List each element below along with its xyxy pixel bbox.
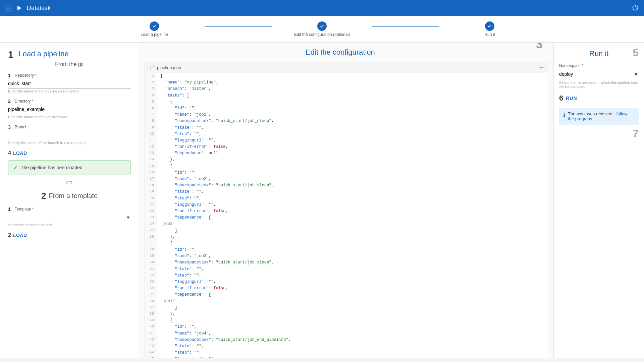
line-number: 42: [145, 337, 157, 343]
line-number: 4: [145, 93, 157, 99]
line-number: 12: [145, 144, 157, 150]
run-button-row: 6 RUN: [559, 94, 639, 103]
repository-label-row: 1 Repository *: [8, 73, 131, 78]
line-number: 7: [145, 112, 157, 118]
template-select[interactable]: [8, 213, 131, 222]
code-line: 6 "id": "",: [145, 105, 548, 112]
line-content: "step": "",: [157, 273, 205, 279]
line-content: "tasks": [: [157, 93, 193, 99]
code-line: 14 },: [145, 157, 548, 163]
section-1-title: Load a pipeline: [19, 50, 69, 58]
code-line: 36"job1": [145, 298, 548, 305]
line-content: "state": "",: [157, 125, 207, 131]
line-number: 20: [145, 195, 157, 202]
namespace-select[interactable]: deploy staging production: [559, 69, 639, 79]
namespace-hint: Select the namespace in which the pipeli…: [559, 80, 639, 88]
code-line: 25 ]: [145, 228, 548, 234]
success-check-icon: ✓: [13, 164, 18, 171]
template-select-wrapper: ▾: [8, 213, 131, 222]
code-line: 45 "loggingurl": "",: [145, 356, 548, 358]
directory-label: Directory *: [15, 99, 34, 104]
power-icon[interactable]: [632, 4, 639, 12]
code-line: 24"job1": [145, 221, 548, 227]
line-content: "run-if-error": false,: [157, 285, 231, 292]
code-line: 12 "run-if-error": false,: [145, 144, 548, 150]
line-content: {: [157, 73, 166, 79]
hamburger-menu[interactable]: [5, 6, 12, 10]
line-number: 28: [145, 247, 157, 253]
code-line: 30 "namespacetask": "quick_start/job_sle…: [145, 259, 548, 266]
step-3-label: Run it: [484, 32, 495, 37]
code-line: 44 "step": "",: [145, 350, 548, 356]
line-content: "name": "job2",: [157, 176, 214, 182]
repository-field-group: 1 Repository * Enter the name of the pip…: [8, 73, 131, 93]
line-content: "id": "",: [157, 170, 200, 176]
code-editor[interactable]: 1{2 "name": "my_pipeline",3 "branch": "m…: [145, 73, 548, 358]
section-1-number: 1: [8, 49, 13, 60]
line-number: 38: [145, 311, 157, 317]
line-number: 6: [145, 105, 157, 112]
line-content: "id": "",: [157, 247, 200, 253]
directory-input[interactable]: [8, 105, 131, 114]
step-1-label: Load a pipeline: [141, 32, 168, 37]
code-line: 40 "id": "",: [145, 324, 548, 330]
code-line: 1{: [145, 73, 548, 79]
line-number: 3: [145, 86, 157, 92]
edit-pencil-icon[interactable]: ✏: [539, 65, 543, 70]
code-line: 2 "name": "my_pipeline",: [145, 79, 548, 86]
line-content: "loggingurl": "",: [157, 137, 219, 144]
file-editor: 📄 pipeline.json ✏ 1{2 "name": "my_pipeli…: [145, 62, 548, 358]
code-line: 29 "name": "job3",: [145, 253, 548, 259]
line-number: 17: [145, 176, 157, 182]
code-line: 35 "dependance": [: [145, 292, 548, 298]
step-3: Run it: [439, 21, 540, 37]
line-content: {: [157, 317, 176, 324]
code-line: 4 "tasks": [: [145, 93, 548, 99]
line-number: 27: [145, 240, 157, 247]
line-content: "dependance": [: [157, 215, 214, 221]
code-line: 7 "name": "job1",: [145, 112, 548, 118]
line-content: "name": "job1",: [157, 112, 214, 118]
line-number: 37: [145, 305, 157, 311]
edit-title: Edit the configuration: [306, 48, 375, 56]
line-number: 9: [145, 125, 157, 131]
run-button[interactable]: RUN: [566, 96, 577, 101]
code-line: 41 "name": "job4",: [145, 330, 548, 337]
template-load-button[interactable]: LOAD: [13, 233, 27, 238]
repository-input[interactable]: [8, 79, 131, 88]
info-text: The work was received - follow the progr…: [568, 111, 635, 121]
line-content: "namespacetask": "quick_start/job_sleep"…: [157, 182, 277, 189]
line-content: "step": "",: [157, 350, 205, 356]
repository-hint: Enter the name of the pipeline git repos…: [8, 89, 131, 93]
code-line: 28 "id": "",: [145, 247, 548, 253]
line-content: "run-if-error": false,: [157, 208, 231, 215]
line-number: 31: [145, 266, 157, 273]
line-number: 43: [145, 343, 157, 350]
template-section-number: 2: [41, 191, 46, 201]
branch-input[interactable]: [8, 130, 131, 140]
branch-label: Branch: [15, 125, 28, 129]
line-content: "namespacetask": "quick_start/job_end_pi…: [157, 337, 294, 343]
load-button[interactable]: LOAD: [13, 150, 27, 156]
edit-step-badge: 3: [536, 43, 543, 51]
run-step-number: 6: [559, 94, 563, 103]
line-content: "name": "job4",: [157, 330, 214, 337]
line-content: {: [157, 163, 176, 170]
code-line: 19 "state": "",: [145, 189, 548, 195]
line-number: 36: [145, 298, 157, 305]
code-line: 43 "state": "",: [145, 343, 548, 350]
code-line: 34 "run-if-error": false,: [145, 285, 548, 292]
code-line: 33 "loggingurl": "",: [145, 279, 548, 285]
line-number: 2: [145, 79, 157, 86]
line-content: },: [157, 234, 178, 240]
line-content: "step": "",: [157, 131, 205, 137]
directory-label-row: 2 Directory *: [8, 99, 131, 104]
load-button-row: 4 LOAD: [8, 150, 131, 156]
step-1: Load a pipeline: [104, 21, 205, 37]
line-number: 5: [145, 99, 157, 105]
line-number: 18: [145, 182, 157, 189]
right-panel: Run it 5 Namespace * deploy staging prod…: [553, 43, 644, 358]
line-content: "id": "",: [157, 324, 200, 330]
from-git-title: From the git: [8, 61, 131, 67]
success-banner: ✓ The pipeline has been loaded: [8, 160, 131, 175]
